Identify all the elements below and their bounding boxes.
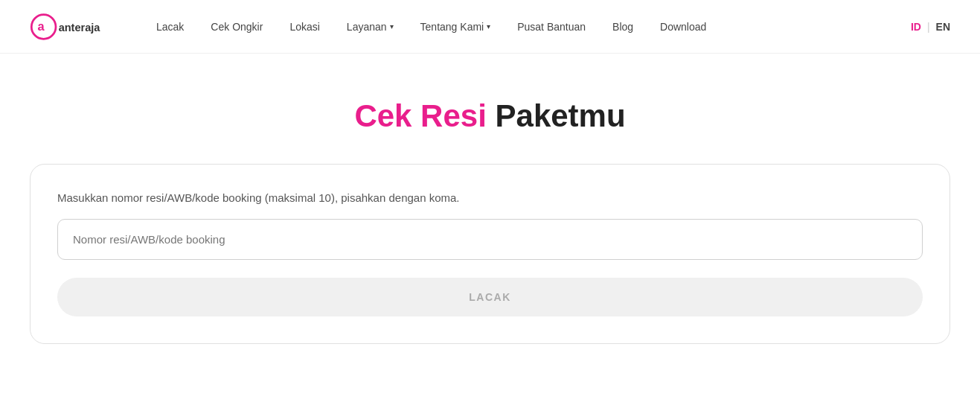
page-title: Cek Resi Paketmu (354, 98, 625, 134)
form-instruction: Masukkan nomor resi/AWB/kode booking (ma… (57, 191, 923, 204)
nav-item-download[interactable]: Download (660, 21, 706, 33)
nav-item-lokasi[interactable]: Lokasi (289, 21, 319, 33)
nav-item-blog[interactable]: Blog (612, 21, 633, 33)
nav-item-tentang-kami[interactable]: Tentang Kami ▾ (420, 21, 491, 33)
chevron-down-icon: ▾ (390, 22, 394, 31)
lang-id[interactable]: ID (911, 21, 921, 33)
logo-area[interactable]: a anteraja (30, 12, 112, 42)
layanan-label: Layanan (347, 21, 387, 33)
nav-item-lacak[interactable]: Lacak (156, 21, 184, 33)
svg-text:anteraja: anteraja (59, 22, 101, 34)
svg-text:a: a (37, 19, 45, 33)
nav-item-cek-ongkir[interactable]: Cek Ongkir (211, 21, 263, 33)
page-title-dark: Paketmu (487, 98, 626, 133)
lang-divider: | (927, 21, 930, 33)
tentang-kami-label: Tentang Kami (420, 21, 484, 33)
nav-links: Lacak Cek Ongkir Lokasi Layanan ▾ Tentan… (156, 21, 911, 33)
chevron-down-icon-2: ▾ (487, 22, 490, 31)
track-button[interactable]: LACAK (57, 278, 923, 316)
lang-switcher: ID | EN (911, 21, 950, 33)
navbar: a anteraja Lacak Cek Ongkir Lokasi Layan… (0, 0, 980, 54)
nav-item-layanan[interactable]: Layanan ▾ (347, 21, 394, 33)
lang-en[interactable]: EN (936, 21, 950, 33)
page-title-pink: Cek Resi (354, 98, 486, 133)
tracking-number-input[interactable] (57, 219, 923, 260)
main-content: Cek Resi Paketmu Masukkan nomor resi/AWB… (0, 54, 980, 374)
tracking-form-card: Masukkan nomor resi/AWB/kode booking (ma… (30, 164, 950, 344)
nav-item-pusat-bantuan[interactable]: Pusat Bantuan (517, 21, 586, 33)
